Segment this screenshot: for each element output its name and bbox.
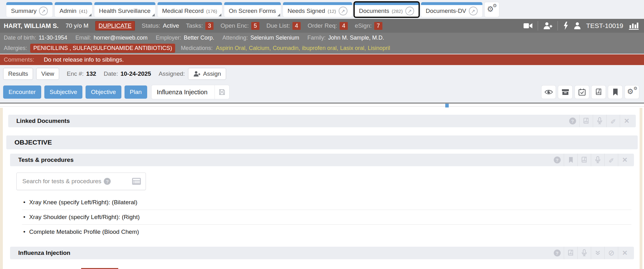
test-item-text: Complete Metabolic Profile (Blood Chem) [29, 228, 139, 235]
search-placeholder: Search for tests & procedures [22, 178, 101, 185]
external-link-icon[interactable]: ↗ [469, 7, 478, 15]
submenu-corner-icon [277, 14, 280, 16]
tab-health-surveillance[interactable]: Health Surveillance [94, 2, 155, 17]
external-link-icon[interactable]: ↗ [339, 7, 347, 15]
tab-documents-dv[interactable]: Documents-DV ↗ [421, 2, 482, 17]
dob-label: Date of birth: [4, 35, 36, 41]
bookmark-icon[interactable] [564, 154, 577, 166]
tasks-count-badge[interactable]: 3 [205, 22, 214, 30]
tab-accent-bar [354, 2, 419, 5]
microphone-icon[interactable] [577, 247, 591, 259]
allergies-row: Allergies: PENICILLINS , SULFA(SULFONAMI… [0, 43, 644, 54]
duplicate-badge[interactable]: DUPLICATE [95, 21, 135, 30]
medication-link[interactable]: Lasix oral [340, 45, 366, 52]
settings-gears-icon[interactable]: ⚙ ⚙ [625, 85, 639, 99]
medication-link[interactable]: ibuprofen oral [302, 45, 338, 52]
book-icon[interactable] [579, 115, 593, 127]
date-label: Date: [104, 70, 118, 77]
open-enc-count-badge[interactable]: 5 [251, 22, 259, 30]
due-list-count-badge[interactable]: 4 [292, 22, 301, 30]
chart-stats-icon[interactable] [628, 21, 639, 30]
patient-name: HART, WILLIAM S. [4, 22, 58, 30]
chart-tab-bar: Summary ↗ Admin (41) Health Surveillance… [0, 0, 644, 19]
objective-button[interactable]: Objective [86, 85, 121, 99]
esign-count-badge[interactable]: 7 [374, 22, 382, 30]
horizontal-scrollbar[interactable] [0, 103, 644, 108]
help-icon[interactable]: ? [566, 115, 579, 127]
plan-button[interactable]: Plan [125, 85, 147, 99]
add-user-icon [193, 71, 201, 77]
scrollbar-track [0, 106, 644, 107]
user-id[interactable]: TEST-10019 [586, 22, 623, 30]
tab-accent-bar [224, 2, 281, 5]
close-icon[interactable]: ✕ [618, 154, 631, 166]
tab-medical-record[interactable]: Medical Record (176) [158, 2, 222, 17]
assign-button[interactable]: Assign [188, 68, 226, 80]
save-icon[interactable] [215, 89, 229, 96]
tab-settings-gear-icon[interactable]: ⚙ ⚙ [485, 2, 499, 17]
results-button[interactable]: Results [3, 68, 33, 80]
book-icon[interactable] [591, 85, 606, 99]
book-icon[interactable] [564, 247, 577, 259]
list-item[interactable]: • Xray Knee (specify Left/Right): (Bilat… [22, 195, 631, 210]
divider [538, 21, 538, 30]
archive-icon[interactable] [558, 85, 572, 99]
tab-label: Summary [11, 8, 36, 14]
lightning-icon[interactable] [563, 21, 569, 30]
tests-search-input[interactable]: Search for tests & procedures ? [16, 173, 146, 190]
bookmark-icon[interactable] [608, 85, 622, 99]
list-picker-icon[interactable] [132, 178, 141, 185]
close-icon[interactable]: ✕ [620, 115, 633, 127]
list-item[interactable]: • Xray Shoulder (specify Left/Right): (R… [22, 210, 631, 225]
close-icon[interactable]: ✕ [618, 247, 631, 259]
chevron-double-down-icon[interactable] [591, 247, 604, 259]
tab-on-screen-forms[interactable]: On Screen Forms [224, 2, 281, 17]
external-link-icon[interactable]: ↗ [405, 7, 414, 15]
list-item[interactable]: • Influenza Injection (In Progress) [22, 264, 631, 269]
tab-label: Health Surveillance [99, 8, 151, 14]
encounter-button[interactable]: Encounter [3, 85, 41, 99]
esign-label: eSign: [355, 22, 372, 29]
email-value: horner@mieweb.com [94, 35, 147, 41]
edit-pencil-icon[interactable]: ✎ [606, 115, 620, 127]
scrollbar-thumb[interactable] [445, 104, 449, 107]
tab-label: Admin [59, 8, 76, 14]
edit-pencil-icon[interactable]: ✎ [604, 154, 618, 166]
family-value: John M. Sample, M.D. [328, 35, 384, 41]
subjective-button[interactable]: Subjective [44, 85, 83, 99]
microphone-icon[interactable] [591, 154, 604, 166]
tab-count: (41) [79, 8, 87, 14]
section-tests-procedures: Tests & procedures ? ✎ ✕ [10, 154, 634, 166]
help-icon[interactable]: ? [104, 178, 111, 185]
tab-count: (176) [206, 8, 217, 14]
video-camera-icon[interactable] [523, 22, 533, 30]
tab-summary[interactable]: Summary ↗ [6, 2, 53, 17]
open-enc-label: Open Enc: [220, 22, 249, 29]
help-icon[interactable]: ? [550, 154, 564, 166]
tab-documents[interactable]: Documents (282) ↗ [354, 2, 419, 17]
ban-icon[interactable]: ⊘ [604, 247, 618, 259]
medications-label: Medications: [181, 45, 213, 52]
status-value: Active [163, 22, 179, 29]
email-label: Email: [75, 35, 91, 41]
calendar-check-icon[interactable] [575, 85, 589, 99]
help-icon[interactable]: ? [550, 247, 564, 259]
list-item[interactable]: • Complete Metabolic Profile (Blood Chem… [22, 225, 631, 239]
medication-link[interactable]: Lisinopril [368, 45, 390, 52]
test-item-text: Xray Knee (specify Left/Right): (Bilater… [29, 199, 137, 206]
tab-admin[interactable]: Admin (41) [55, 2, 92, 17]
medication-link[interactable]: Calcium [249, 45, 271, 52]
microphone-icon[interactable] [593, 115, 606, 127]
tab-needs-signed[interactable]: Needs Signed (12) ↗ [283, 2, 352, 17]
add-user-icon[interactable] [543, 22, 552, 30]
view-button[interactable]: View [36, 68, 59, 80]
allergies-badge[interactable]: PENICILLINS , SULFA(SULFONAMIDE ANTIBIOT… [30, 44, 175, 53]
tab-label: Documents-DV [426, 8, 466, 14]
eye-preview-icon[interactable] [541, 85, 556, 99]
external-link-icon[interactable]: ↗ [39, 7, 48, 15]
allergies-label: Allergies: [4, 45, 27, 52]
medication-link[interactable]: Coumadin [273, 45, 300, 52]
medication-link[interactable]: Aspirin Oral [216, 45, 247, 52]
order-req-count-badge[interactable]: 4 [340, 22, 348, 30]
book-icon[interactable] [577, 154, 591, 166]
